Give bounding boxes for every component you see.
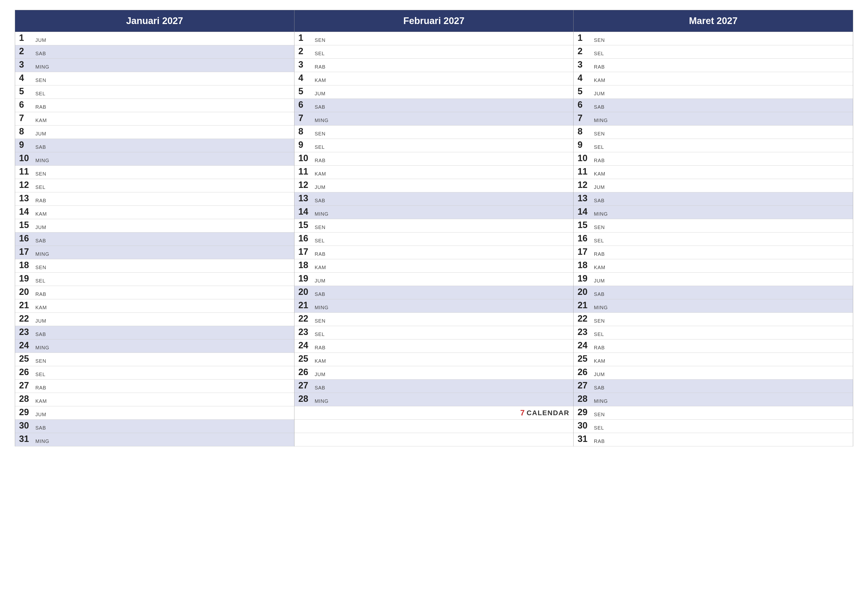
day-name: SAB	[36, 331, 46, 337]
day-row: 9SEL	[574, 139, 853, 152]
day-number: 21	[298, 300, 313, 310]
day-number: 31	[19, 434, 34, 444]
day-row: 31MING	[15, 433, 294, 446]
day-name: KAM	[315, 171, 326, 177]
day-row: 11KAM	[574, 166, 853, 179]
day-row: 9SEL	[294, 139, 574, 152]
day-name: JUM	[594, 372, 605, 377]
day-row: 6SAB	[574, 99, 853, 112]
day-row: 1SEN	[294, 32, 574, 45]
day-number: 25	[19, 354, 34, 364]
day-row: 17RAB	[574, 246, 853, 259]
day-row: 10RAB	[574, 152, 853, 166]
day-number: 13	[298, 193, 313, 203]
day-number: 20	[578, 287, 592, 297]
day-name: MING	[36, 64, 49, 70]
day-number: 19	[578, 274, 592, 283]
day-row: 16SAB	[15, 233, 294, 246]
day-name: MING	[594, 118, 608, 123]
day-number: 13	[578, 193, 592, 203]
day-number: 31	[578, 434, 592, 444]
day-number: 8	[578, 126, 592, 137]
day-row: 8SEN	[294, 126, 574, 139]
day-name: RAB	[594, 345, 605, 351]
day-row: 13RAB	[15, 192, 294, 206]
day-number: 8	[298, 126, 313, 137]
day-number: 30	[19, 421, 34, 431]
day-number: 29	[19, 407, 34, 417]
day-name: KAM	[36, 398, 47, 404]
day-row: 22SEN	[574, 313, 853, 326]
day-number: 4	[578, 73, 592, 83]
day-number: 18	[578, 260, 592, 270]
day-row: 22SEN	[294, 313, 574, 326]
day-number: 12	[19, 180, 34, 190]
day-number: 22	[578, 314, 592, 323]
day-row: 27SAB	[294, 379, 574, 393]
day-name: SAB	[315, 104, 326, 110]
day-name: JUM	[36, 318, 46, 324]
day-name: MING	[594, 398, 608, 404]
day-name: SEN	[594, 412, 605, 417]
day-number: 23	[298, 327, 313, 337]
month-header-0: Januari 2027	[15, 10, 294, 32]
day-number: 16	[19, 233, 34, 243]
day-row: 24RAB	[294, 339, 574, 353]
day-name: RAB	[315, 251, 326, 257]
day-name: SEN	[36, 358, 46, 364]
day-name: SEN	[36, 78, 46, 83]
day-row: 17MING	[15, 246, 294, 259]
day-name: SEN	[594, 318, 605, 324]
day-number: 15	[19, 220, 34, 230]
day-number: 28	[298, 394, 313, 404]
day-number: 21	[19, 300, 34, 310]
day-number: 19	[298, 274, 313, 283]
day-name: RAB	[36, 198, 46, 204]
day-name: MING	[315, 398, 329, 404]
day-row: 7MING	[574, 112, 853, 126]
day-row: 8JUM	[15, 126, 294, 139]
day-row: 10MING	[15, 152, 294, 166]
day-name: SAB	[36, 238, 46, 244]
day-row: 5JUM	[574, 85, 853, 99]
day-number: 14	[19, 207, 34, 217]
day-row: 7KAM	[15, 112, 294, 126]
month-column-2: Maret 20271SEN2SEL3RAB4KAM5JUM6SAB7MING8…	[574, 10, 853, 446]
day-row: 15JUM	[15, 219, 294, 233]
day-number: 5	[298, 86, 313, 96]
day-name: JUM	[315, 185, 326, 190]
day-number: 7	[578, 113, 592, 123]
day-name: MING	[36, 251, 49, 257]
day-row: 10RAB	[294, 152, 574, 166]
day-number: 27	[578, 381, 592, 390]
day-name: MING	[315, 118, 329, 123]
day-name: JUM	[315, 91, 326, 96]
day-name: RAB	[36, 385, 46, 391]
day-row: 12JUM	[574, 179, 853, 192]
day-row: 30SAB	[15, 420, 294, 433]
day-number: 3	[578, 60, 592, 70]
day-row: 13SAB	[574, 192, 853, 206]
day-row: 1JUM	[15, 32, 294, 45]
day-name: MING	[594, 211, 608, 217]
empty-row	[294, 433, 574, 446]
day-name: RAB	[594, 64, 605, 70]
day-name: RAB	[36, 291, 46, 297]
day-number: 20	[19, 287, 34, 297]
day-name: MING	[36, 438, 49, 444]
day-name: KAM	[315, 78, 326, 83]
day-row: 2SAB	[15, 45, 294, 59]
day-number: 17	[298, 247, 313, 257]
day-number: 17	[19, 247, 34, 257]
day-name: SAB	[594, 291, 604, 297]
day-number: 6	[578, 100, 592, 110]
day-number: 15	[298, 220, 313, 230]
day-row: 21MING	[294, 299, 574, 313]
day-name: SAB	[36, 51, 46, 56]
day-row: 14MING	[294, 206, 574, 219]
day-row: 23SEL	[574, 326, 853, 339]
day-number: 27	[298, 381, 313, 390]
day-number: 11	[19, 166, 34, 177]
day-row: 19JUM	[574, 273, 853, 286]
day-name: JUM	[315, 372, 326, 377]
